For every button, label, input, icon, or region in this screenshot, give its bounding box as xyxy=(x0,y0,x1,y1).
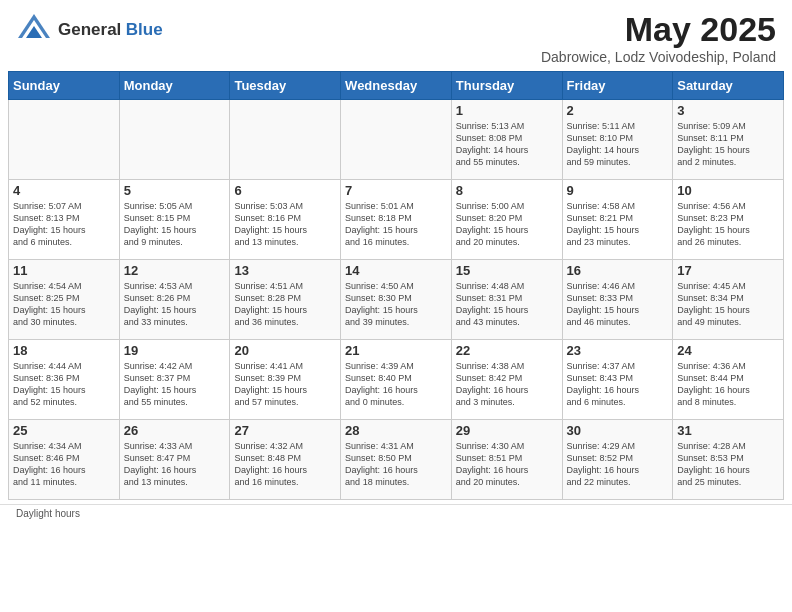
day-of-week-header: Thursday xyxy=(451,72,562,100)
calendar-cell xyxy=(9,100,120,180)
day-number: 3 xyxy=(677,103,779,118)
day-number: 6 xyxy=(234,183,336,198)
daylight-label: Daylight hours xyxy=(16,508,80,519)
calendar-week-row: 4Sunrise: 5:07 AM Sunset: 8:13 PM Daylig… xyxy=(9,180,784,260)
calendar-week-row: 25Sunrise: 4:34 AM Sunset: 8:46 PM Dayli… xyxy=(9,420,784,500)
calendar-cell xyxy=(230,100,341,180)
day-info: Sunrise: 4:54 AM Sunset: 8:25 PM Dayligh… xyxy=(13,280,115,329)
title-block: May 2025 Dabrowice, Lodz Voivodeship, Po… xyxy=(541,10,776,65)
day-info: Sunrise: 5:05 AM Sunset: 8:15 PM Dayligh… xyxy=(124,200,226,249)
day-number: 13 xyxy=(234,263,336,278)
header: General Blue May 2025 Dabrowice, Lodz Vo… xyxy=(0,0,792,71)
calendar-cell: 2Sunrise: 5:11 AM Sunset: 8:10 PM Daylig… xyxy=(562,100,673,180)
calendar-cell: 5Sunrise: 5:05 AM Sunset: 8:15 PM Daylig… xyxy=(119,180,230,260)
calendar-wrap: SundayMondayTuesdayWednesdayThursdayFrid… xyxy=(0,71,792,504)
calendar-cell: 23Sunrise: 4:37 AM Sunset: 8:43 PM Dayli… xyxy=(562,340,673,420)
calendar-cell: 8Sunrise: 5:00 AM Sunset: 8:20 PM Daylig… xyxy=(451,180,562,260)
calendar-cell: 3Sunrise: 5:09 AM Sunset: 8:11 PM Daylig… xyxy=(673,100,784,180)
day-number: 2 xyxy=(567,103,669,118)
day-number: 19 xyxy=(124,343,226,358)
subtitle: Dabrowice, Lodz Voivodeship, Poland xyxy=(541,49,776,65)
day-number: 27 xyxy=(234,423,336,438)
day-number: 25 xyxy=(13,423,115,438)
day-info: Sunrise: 5:09 AM Sunset: 8:11 PM Dayligh… xyxy=(677,120,779,169)
day-number: 10 xyxy=(677,183,779,198)
day-number: 28 xyxy=(345,423,447,438)
day-info: Sunrise: 5:01 AM Sunset: 8:18 PM Dayligh… xyxy=(345,200,447,249)
calendar-week-row: 18Sunrise: 4:44 AM Sunset: 8:36 PM Dayli… xyxy=(9,340,784,420)
day-info: Sunrise: 4:44 AM Sunset: 8:36 PM Dayligh… xyxy=(13,360,115,409)
day-info: Sunrise: 5:11 AM Sunset: 8:10 PM Dayligh… xyxy=(567,120,669,169)
calendar-cell: 10Sunrise: 4:56 AM Sunset: 8:23 PM Dayli… xyxy=(673,180,784,260)
calendar-cell: 16Sunrise: 4:46 AM Sunset: 8:33 PM Dayli… xyxy=(562,260,673,340)
day-info: Sunrise: 4:38 AM Sunset: 8:42 PM Dayligh… xyxy=(456,360,558,409)
day-number: 1 xyxy=(456,103,558,118)
day-info: Sunrise: 4:53 AM Sunset: 8:26 PM Dayligh… xyxy=(124,280,226,329)
day-number: 20 xyxy=(234,343,336,358)
day-number: 5 xyxy=(124,183,226,198)
calendar-cell: 18Sunrise: 4:44 AM Sunset: 8:36 PM Dayli… xyxy=(9,340,120,420)
logo-icon xyxy=(16,10,52,50)
day-number: 16 xyxy=(567,263,669,278)
day-info: Sunrise: 4:39 AM Sunset: 8:40 PM Dayligh… xyxy=(345,360,447,409)
calendar-cell: 26Sunrise: 4:33 AM Sunset: 8:47 PM Dayli… xyxy=(119,420,230,500)
day-info: Sunrise: 4:45 AM Sunset: 8:34 PM Dayligh… xyxy=(677,280,779,329)
day-number: 21 xyxy=(345,343,447,358)
day-info: Sunrise: 4:32 AM Sunset: 8:48 PM Dayligh… xyxy=(234,440,336,489)
day-info: Sunrise: 4:56 AM Sunset: 8:23 PM Dayligh… xyxy=(677,200,779,249)
day-number: 22 xyxy=(456,343,558,358)
calendar-cell: 24Sunrise: 4:36 AM Sunset: 8:44 PM Dayli… xyxy=(673,340,784,420)
day-of-week-header: Sunday xyxy=(9,72,120,100)
day-number: 29 xyxy=(456,423,558,438)
logo-general: General xyxy=(58,20,121,39)
logo: General Blue xyxy=(16,10,163,50)
main-title: May 2025 xyxy=(541,10,776,49)
day-number: 17 xyxy=(677,263,779,278)
calendar-cell: 9Sunrise: 4:58 AM Sunset: 8:21 PM Daylig… xyxy=(562,180,673,260)
calendar-week-row: 1Sunrise: 5:13 AM Sunset: 8:08 PM Daylig… xyxy=(9,100,784,180)
calendar-cell: 7Sunrise: 5:01 AM Sunset: 8:18 PM Daylig… xyxy=(341,180,452,260)
day-info: Sunrise: 4:28 AM Sunset: 8:53 PM Dayligh… xyxy=(677,440,779,489)
logo-text: General Blue xyxy=(58,21,163,40)
calendar-cell: 14Sunrise: 4:50 AM Sunset: 8:30 PM Dayli… xyxy=(341,260,452,340)
day-info: Sunrise: 5:03 AM Sunset: 8:16 PM Dayligh… xyxy=(234,200,336,249)
calendar-cell: 6Sunrise: 5:03 AM Sunset: 8:16 PM Daylig… xyxy=(230,180,341,260)
day-number: 7 xyxy=(345,183,447,198)
calendar-cell: 12Sunrise: 4:53 AM Sunset: 8:26 PM Dayli… xyxy=(119,260,230,340)
logo-blue: Blue xyxy=(126,20,163,39)
calendar-cell: 27Sunrise: 4:32 AM Sunset: 8:48 PM Dayli… xyxy=(230,420,341,500)
day-info: Sunrise: 4:29 AM Sunset: 8:52 PM Dayligh… xyxy=(567,440,669,489)
calendar-cell: 15Sunrise: 4:48 AM Sunset: 8:31 PM Dayli… xyxy=(451,260,562,340)
calendar-cell: 19Sunrise: 4:42 AM Sunset: 8:37 PM Dayli… xyxy=(119,340,230,420)
day-number: 26 xyxy=(124,423,226,438)
calendar-cell: 29Sunrise: 4:30 AM Sunset: 8:51 PM Dayli… xyxy=(451,420,562,500)
day-number: 24 xyxy=(677,343,779,358)
day-number: 14 xyxy=(345,263,447,278)
calendar-cell: 22Sunrise: 4:38 AM Sunset: 8:42 PM Dayli… xyxy=(451,340,562,420)
calendar-cell xyxy=(119,100,230,180)
day-of-week-header: Friday xyxy=(562,72,673,100)
calendar-cell xyxy=(341,100,452,180)
day-number: 11 xyxy=(13,263,115,278)
calendar-cell: 17Sunrise: 4:45 AM Sunset: 8:34 PM Dayli… xyxy=(673,260,784,340)
day-of-week-header: Monday xyxy=(119,72,230,100)
day-number: 8 xyxy=(456,183,558,198)
day-info: Sunrise: 4:31 AM Sunset: 8:50 PM Dayligh… xyxy=(345,440,447,489)
calendar-table: SundayMondayTuesdayWednesdayThursdayFrid… xyxy=(8,71,784,500)
day-info: Sunrise: 4:37 AM Sunset: 8:43 PM Dayligh… xyxy=(567,360,669,409)
calendar-cell: 11Sunrise: 4:54 AM Sunset: 8:25 PM Dayli… xyxy=(9,260,120,340)
calendar-cell: 31Sunrise: 4:28 AM Sunset: 8:53 PM Dayli… xyxy=(673,420,784,500)
day-number: 30 xyxy=(567,423,669,438)
day-info: Sunrise: 5:13 AM Sunset: 8:08 PM Dayligh… xyxy=(456,120,558,169)
day-info: Sunrise: 4:51 AM Sunset: 8:28 PM Dayligh… xyxy=(234,280,336,329)
calendar-week-row: 11Sunrise: 4:54 AM Sunset: 8:25 PM Dayli… xyxy=(9,260,784,340)
day-number: 31 xyxy=(677,423,779,438)
calendar-cell: 21Sunrise: 4:39 AM Sunset: 8:40 PM Dayli… xyxy=(341,340,452,420)
day-of-week-header: Tuesday xyxy=(230,72,341,100)
calendar-cell: 30Sunrise: 4:29 AM Sunset: 8:52 PM Dayli… xyxy=(562,420,673,500)
day-number: 12 xyxy=(124,263,226,278)
day-number: 9 xyxy=(567,183,669,198)
day-info: Sunrise: 4:36 AM Sunset: 8:44 PM Dayligh… xyxy=(677,360,779,409)
day-number: 18 xyxy=(13,343,115,358)
day-info: Sunrise: 5:00 AM Sunset: 8:20 PM Dayligh… xyxy=(456,200,558,249)
